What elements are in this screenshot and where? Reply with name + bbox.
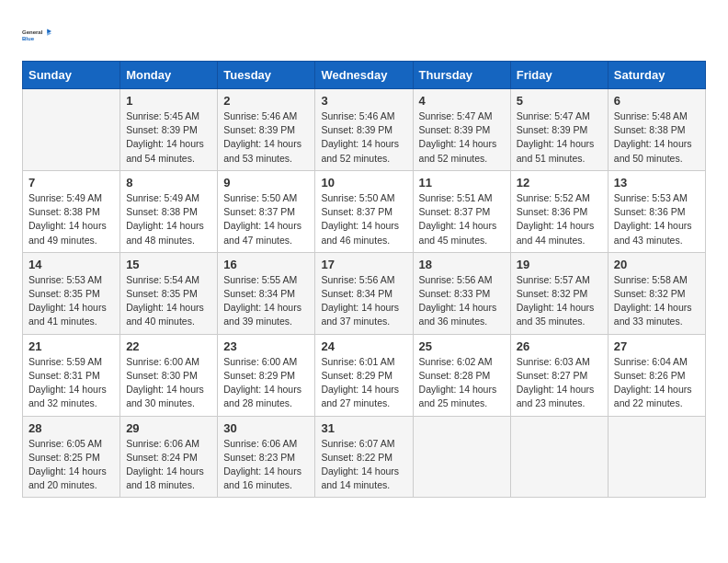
calendar-cell: 22Sunrise: 6:00 AMSunset: 8:30 PMDayligh… bbox=[120, 334, 218, 416]
calendar-cell: 1Sunrise: 5:45 AMSunset: 8:39 PMDaylight… bbox=[120, 89, 218, 171]
day-number: 30 bbox=[223, 421, 309, 435]
day-number: 17 bbox=[321, 258, 406, 271]
day-info: Sunrise: 6:02 AMSunset: 8:28 PMDaylight:… bbox=[419, 355, 505, 411]
day-number: 7 bbox=[28, 176, 114, 190]
day-info: Sunrise: 5:53 AMSunset: 8:35 PMDaylight:… bbox=[28, 273, 114, 329]
day-number: 3 bbox=[321, 94, 406, 108]
day-info: Sunrise: 5:48 AMSunset: 8:38 PMDaylight:… bbox=[614, 109, 700, 166]
calendar-week-row: 14Sunrise: 5:53 AMSunset: 8:35 PMDayligh… bbox=[23, 252, 706, 334]
day-info: Sunrise: 5:56 AMSunset: 8:33 PMDaylight:… bbox=[419, 273, 505, 329]
calendar-cell: 17Sunrise: 5:56 AMSunset: 8:34 PMDayligh… bbox=[315, 252, 413, 334]
day-number: 8 bbox=[126, 176, 211, 190]
day-number: 16 bbox=[223, 258, 309, 271]
calendar-cell: 3Sunrise: 5:46 AMSunset: 8:39 PMDaylight… bbox=[315, 89, 413, 171]
day-info: Sunrise: 5:50 AMSunset: 8:37 PMDaylight:… bbox=[321, 191, 406, 247]
calendar-cell: 5Sunrise: 5:47 AMSunset: 8:39 PMDaylight… bbox=[510, 89, 608, 171]
weekday-header-friday: Friday bbox=[510, 62, 608, 89]
day-number: 19 bbox=[517, 258, 602, 271]
calendar-cell: 30Sunrise: 6:06 AMSunset: 8:23 PMDayligh… bbox=[218, 416, 315, 498]
weekday-header-tuesday: Tuesday bbox=[218, 62, 315, 89]
day-info: Sunrise: 6:00 AMSunset: 8:30 PMDaylight:… bbox=[126, 355, 211, 411]
day-number: 31 bbox=[321, 421, 406, 435]
calendar-week-row: 21Sunrise: 5:59 AMSunset: 8:31 PMDayligh… bbox=[23, 334, 706, 416]
weekday-header-wednesday: Wednesday bbox=[315, 62, 413, 89]
calendar-cell: 13Sunrise: 5:53 AMSunset: 8:36 PMDayligh… bbox=[608, 170, 705, 252]
calendar-cell bbox=[23, 89, 120, 171]
calendar-cell: 26Sunrise: 6:03 AMSunset: 8:27 PMDayligh… bbox=[510, 334, 608, 416]
day-info: Sunrise: 6:05 AMSunset: 8:25 PMDaylight:… bbox=[28, 437, 114, 493]
day-info: Sunrise: 6:01 AMSunset: 8:29 PMDaylight:… bbox=[321, 355, 406, 411]
day-number: 22 bbox=[126, 339, 211, 353]
day-info: Sunrise: 6:03 AMSunset: 8:27 PMDaylight:… bbox=[517, 355, 602, 411]
day-info: Sunrise: 6:06 AMSunset: 8:24 PMDaylight:… bbox=[126, 437, 211, 493]
svg-text:General: General bbox=[22, 29, 43, 35]
day-number: 26 bbox=[517, 339, 602, 353]
day-info: Sunrise: 5:55 AMSunset: 8:34 PMDaylight:… bbox=[223, 273, 309, 329]
calendar-cell bbox=[608, 416, 705, 498]
day-number: 23 bbox=[223, 339, 309, 353]
calendar-cell: 20Sunrise: 5:58 AMSunset: 8:32 PMDayligh… bbox=[608, 252, 705, 334]
calendar-cell: 15Sunrise: 5:54 AMSunset: 8:35 PMDayligh… bbox=[120, 252, 218, 334]
day-number: 21 bbox=[28, 339, 114, 353]
day-info: Sunrise: 5:51 AMSunset: 8:37 PMDaylight:… bbox=[419, 191, 505, 247]
day-info: Sunrise: 5:57 AMSunset: 8:32 PMDaylight:… bbox=[517, 273, 602, 329]
calendar-cell: 18Sunrise: 5:56 AMSunset: 8:33 PMDayligh… bbox=[413, 252, 510, 334]
day-info: Sunrise: 6:06 AMSunset: 8:23 PMDaylight:… bbox=[223, 437, 309, 493]
day-info: Sunrise: 5:49 AMSunset: 8:38 PMDaylight:… bbox=[126, 191, 211, 247]
day-number: 2 bbox=[223, 94, 309, 108]
day-number: 4 bbox=[419, 94, 505, 108]
day-number: 24 bbox=[321, 339, 406, 353]
day-number: 25 bbox=[419, 339, 505, 353]
day-number: 15 bbox=[126, 258, 211, 271]
day-info: Sunrise: 5:56 AMSunset: 8:34 PMDaylight:… bbox=[321, 273, 406, 329]
calendar-cell: 7Sunrise: 5:49 AMSunset: 8:38 PMDaylight… bbox=[23, 170, 120, 252]
day-number: 11 bbox=[419, 176, 505, 190]
header: General Blue bbox=[22, 18, 706, 52]
day-number: 13 bbox=[614, 176, 700, 190]
calendar-table: SundayMondayTuesdayWednesdayThursdayFrid… bbox=[22, 61, 706, 498]
calendar-cell: 9Sunrise: 5:50 AMSunset: 8:37 PMDaylight… bbox=[218, 170, 315, 252]
day-info: Sunrise: 5:47 AMSunset: 8:39 PMDaylight:… bbox=[419, 109, 505, 166]
calendar-cell: 21Sunrise: 5:59 AMSunset: 8:31 PMDayligh… bbox=[23, 334, 120, 416]
day-info: Sunrise: 5:53 AMSunset: 8:36 PMDaylight:… bbox=[614, 191, 700, 247]
day-info: Sunrise: 5:50 AMSunset: 8:37 PMDaylight:… bbox=[223, 191, 309, 247]
calendar-cell: 11Sunrise: 5:51 AMSunset: 8:37 PMDayligh… bbox=[413, 170, 510, 252]
calendar-cell bbox=[413, 416, 510, 498]
calendar-cell: 6Sunrise: 5:48 AMSunset: 8:38 PMDaylight… bbox=[608, 89, 705, 171]
day-info: Sunrise: 5:45 AMSunset: 8:39 PMDaylight:… bbox=[126, 109, 211, 166]
calendar-cell: 16Sunrise: 5:55 AMSunset: 8:34 PMDayligh… bbox=[218, 252, 315, 334]
day-number: 12 bbox=[517, 176, 602, 190]
calendar-cell: 2Sunrise: 5:46 AMSunset: 8:39 PMDaylight… bbox=[218, 89, 315, 171]
day-number: 6 bbox=[614, 94, 700, 108]
calendar-header-row: SundayMondayTuesdayWednesdayThursdayFrid… bbox=[23, 62, 706, 89]
day-info: Sunrise: 5:58 AMSunset: 8:32 PMDaylight:… bbox=[614, 273, 700, 329]
day-info: Sunrise: 6:07 AMSunset: 8:22 PMDaylight:… bbox=[321, 437, 406, 493]
calendar-cell: 31Sunrise: 6:07 AMSunset: 8:22 PMDayligh… bbox=[315, 416, 413, 498]
day-number: 1 bbox=[126, 94, 211, 108]
calendar-cell: 19Sunrise: 5:57 AMSunset: 8:32 PMDayligh… bbox=[510, 252, 608, 334]
day-number: 20 bbox=[614, 258, 700, 271]
calendar-cell: 4Sunrise: 5:47 AMSunset: 8:39 PMDaylight… bbox=[413, 89, 510, 171]
calendar-week-row: 28Sunrise: 6:05 AMSunset: 8:25 PMDayligh… bbox=[23, 416, 706, 498]
day-info: Sunrise: 5:46 AMSunset: 8:39 PMDaylight:… bbox=[321, 109, 406, 166]
weekday-header-sunday: Sunday bbox=[23, 62, 120, 89]
day-info: Sunrise: 6:00 AMSunset: 8:29 PMDaylight:… bbox=[223, 355, 309, 411]
calendar-cell: 28Sunrise: 6:05 AMSunset: 8:25 PMDayligh… bbox=[23, 416, 120, 498]
calendar-cell: 24Sunrise: 6:01 AMSunset: 8:29 PMDayligh… bbox=[315, 334, 413, 416]
day-number: 10 bbox=[321, 176, 406, 190]
calendar-cell: 10Sunrise: 5:50 AMSunset: 8:37 PMDayligh… bbox=[315, 170, 413, 252]
calendar-week-row: 1Sunrise: 5:45 AMSunset: 8:39 PMDaylight… bbox=[23, 89, 706, 171]
day-info: Sunrise: 5:46 AMSunset: 8:39 PMDaylight:… bbox=[223, 109, 309, 166]
calendar-cell: 29Sunrise: 6:06 AMSunset: 8:24 PMDayligh… bbox=[120, 416, 218, 498]
day-number: 27 bbox=[614, 339, 700, 353]
calendar-week-row: 7Sunrise: 5:49 AMSunset: 8:38 PMDaylight… bbox=[23, 170, 706, 252]
calendar-cell: 25Sunrise: 6:02 AMSunset: 8:28 PMDayligh… bbox=[413, 334, 510, 416]
day-number: 14 bbox=[28, 258, 114, 271]
day-info: Sunrise: 5:47 AMSunset: 8:39 PMDaylight:… bbox=[517, 109, 602, 166]
weekday-header-monday: Monday bbox=[120, 62, 218, 89]
day-number: 28 bbox=[28, 421, 114, 435]
weekday-header-thursday: Thursday bbox=[413, 62, 510, 89]
logo-svg: General Blue bbox=[22, 18, 51, 52]
day-info: Sunrise: 5:59 AMSunset: 8:31 PMDaylight:… bbox=[28, 355, 114, 411]
calendar-cell: 14Sunrise: 5:53 AMSunset: 8:35 PMDayligh… bbox=[23, 252, 120, 334]
